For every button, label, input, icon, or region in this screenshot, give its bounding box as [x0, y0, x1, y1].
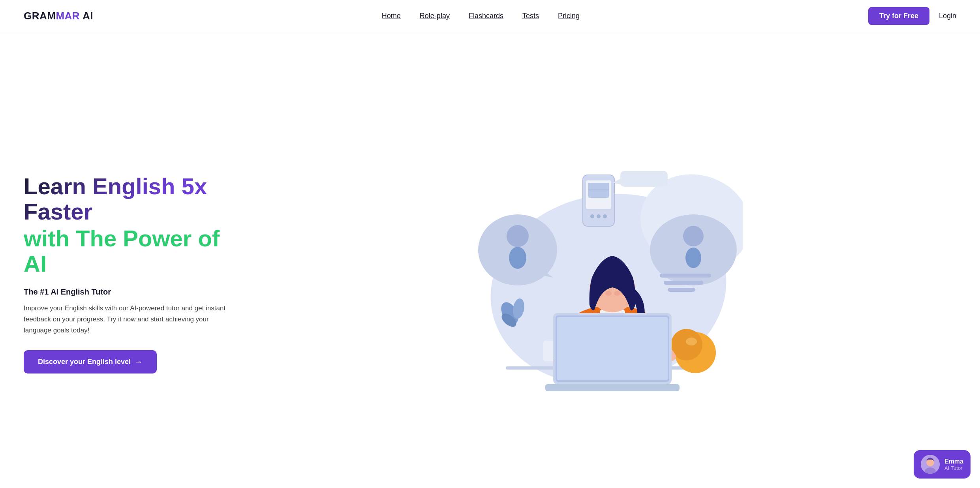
hero-title-line1: Learn English 5x Faster	[24, 174, 237, 224]
svg-point-11	[590, 214, 594, 218]
try-for-free-button[interactable]: Try for Free	[868, 7, 929, 25]
svg-point-12	[597, 214, 601, 218]
nav-link-pricing[interactable]: Pricing	[558, 12, 580, 20]
svg-rect-37	[545, 384, 680, 391]
nav-actions: Try for Free Login	[868, 7, 956, 25]
svg-point-18	[685, 248, 701, 268]
svg-rect-21	[668, 288, 695, 292]
hero-svg-illustration	[466, 163, 743, 392]
svg-rect-9	[588, 183, 609, 198]
nav-item-flashcards[interactable]: Flashcards	[469, 12, 503, 20]
nav-item-tests[interactable]: Tests	[522, 12, 539, 20]
discover-english-level-button[interactable]: Discover your English level →	[24, 350, 157, 374]
svg-rect-14	[620, 171, 668, 187]
hero-title-line2: with The Power of AI	[24, 226, 237, 276]
svg-rect-19	[660, 274, 711, 278]
logo-text: GRAM	[24, 10, 56, 22]
svg-rect-36	[557, 317, 668, 380]
nav-link-flashcards[interactable]: Flashcards	[469, 12, 503, 20]
nav-item-pricing[interactable]: Pricing	[558, 12, 580, 20]
svg-point-32	[605, 291, 612, 296]
svg-point-17	[683, 226, 704, 246]
logo: GRAMMAR AI	[24, 10, 93, 22]
svg-point-33	[614, 291, 620, 296]
hero-illustration	[253, 155, 956, 392]
hero-subtitle: The #1 AI English Tutor	[24, 287, 237, 297]
nav-item-home[interactable]: Home	[382, 12, 401, 20]
login-button[interactable]: Login	[939, 12, 956, 20]
navigation: GRAMMAR AI Home Role-play Flashcards Tes…	[0, 0, 980, 32]
discover-button-label: Discover your English level	[38, 358, 131, 366]
nav-link-tests[interactable]: Tests	[522, 12, 539, 20]
nav-link-home[interactable]: Home	[382, 12, 401, 20]
emma-name: Emma	[944, 458, 963, 465]
emma-chat-widget[interactable]: Emma AI Tutor	[914, 450, 971, 479]
svg-point-5	[509, 247, 526, 269]
hero-section: Learn English 5x Faster with The Power o…	[0, 32, 980, 488]
arrow-icon: →	[135, 357, 143, 366]
nav-links: Home Role-play Flashcards Tests Pricing	[382, 12, 580, 20]
svg-point-4	[507, 225, 529, 247]
svg-point-27	[686, 338, 697, 345]
hero-title: Learn English 5x Faster with The Power o…	[24, 174, 237, 276]
nav-item-roleplay[interactable]: Role-play	[420, 12, 450, 20]
hero-text-block: Learn English 5x Faster with The Power o…	[24, 174, 237, 373]
emma-role: AI Tutor	[944, 465, 963, 471]
emma-info: Emma AI Tutor	[944, 458, 963, 471]
svg-point-13	[603, 214, 607, 218]
nav-link-roleplay[interactable]: Role-play	[420, 12, 450, 20]
svg-rect-20	[664, 281, 703, 285]
hero-description: Improve your English skills with our AI-…	[24, 303, 237, 336]
emma-avatar-svg	[921, 455, 940, 474]
emma-avatar	[921, 455, 940, 474]
